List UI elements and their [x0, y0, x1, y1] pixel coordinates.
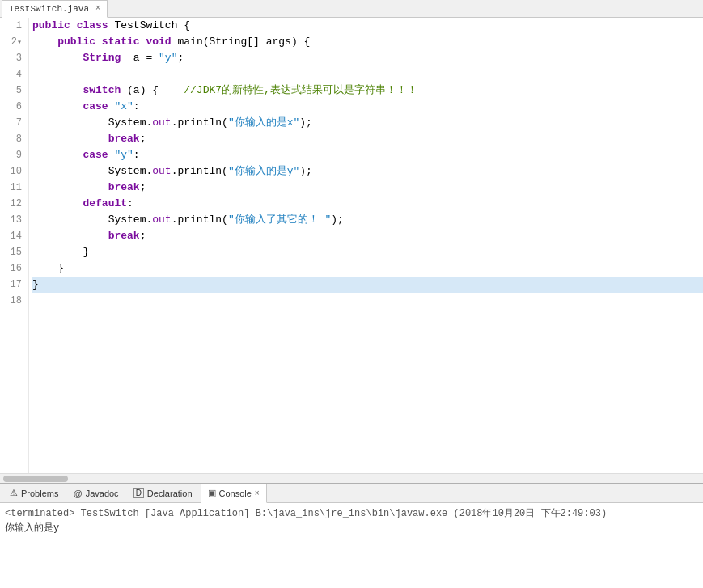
line-number-11: 11	[3, 180, 22, 196]
line-number-9: 9	[3, 147, 22, 163]
console-output-line: 你输入的是y	[5, 521, 698, 535]
file-tab[interactable]: TestSwitch.java ×	[2, 0, 108, 18]
line-number-1: 1	[3, 18, 22, 34]
javadoc-icon: @	[73, 489, 82, 498]
code-line-10: System.out.println("你输入的是y");	[32, 163, 703, 180]
line-number-16: 16	[3, 260, 22, 277]
code-line-4	[32, 66, 703, 82]
tab-problems-label: Problems	[21, 489, 58, 498]
editor-body: 1 2▾ 3 4 5 6 7 8 9 10 11 12 13 14 15 16 …	[0, 18, 703, 473]
tab-javadoc-label: Javadoc	[86, 489, 119, 498]
line-number-18: 18	[3, 293, 22, 309]
file-tab-label: TestSwitch.java	[9, 4, 89, 14]
tab-console[interactable]: ▣ Console ×	[201, 484, 267, 503]
line-number-7: 7	[3, 115, 22, 131]
tab-declaration[interactable]: D Declaration	[127, 484, 199, 503]
problems-icon: ⚠	[10, 488, 18, 498]
scrollbar-thumb[interactable]	[3, 476, 68, 482]
console-panel: <terminated> TestSwitch [Java Applicatio…	[0, 503, 703, 588]
tab-problems[interactable]: ⚠ Problems	[3, 484, 65, 503]
code-editor: 1 2▾ 3 4 5 6 7 8 9 10 11 12 13 14 15 16 …	[0, 18, 703, 483]
code-line-3: String a = "y";	[32, 50, 703, 66]
code-line-14: break;	[32, 228, 703, 244]
code-line-17: }	[32, 277, 703, 293]
code-line-15: }	[32, 244, 703, 260]
code-line-13: System.out.println("你输入了其它的！ ");	[32, 212, 703, 228]
line-number-5: 5	[3, 82, 22, 99]
code-line-12: default:	[32, 196, 703, 212]
editor-tab-bar: TestSwitch.java ×	[0, 0, 703, 18]
line-number-10: 10	[3, 163, 22, 180]
code-line-2: public static void main(String[] args) {	[32, 34, 703, 50]
line-number-15: 15	[3, 244, 22, 260]
declaration-icon: D	[133, 488, 144, 498]
code-content[interactable]: public class TestSwitch { public static …	[29, 18, 703, 473]
code-line-9: case "y":	[32, 147, 703, 163]
line-number-14: 14	[3, 228, 22, 244]
line-number-6: 6	[3, 99, 22, 115]
horizontal-scrollbar[interactable]	[0, 473, 703, 483]
code-line-1: public class TestSwitch {	[32, 18, 703, 34]
tab-declaration-label: Declaration	[147, 489, 193, 498]
line-number-4: 4	[3, 66, 22, 82]
tab-console-label: Console	[219, 489, 252, 498]
line-number-3: 3	[3, 50, 22, 66]
line-number-17: 17	[3, 277, 22, 293]
tab-javadoc[interactable]: @ Javadoc	[66, 484, 125, 503]
line-number-2: 2▾	[3, 34, 22, 50]
code-line-11: break;	[32, 180, 703, 196]
line-numbers: 1 2▾ 3 4 5 6 7 8 9 10 11 12 13 14 15 16 …	[0, 18, 29, 473]
console-tab-close-icon[interactable]: ×	[255, 489, 260, 497]
line-number-12: 12	[3, 196, 22, 212]
code-line-16: }	[32, 260, 703, 277]
line-number-8: 8	[3, 131, 22, 147]
console-icon: ▣	[208, 488, 216, 498]
bottom-tab-bar: ⚠ Problems @ Javadoc D Declaration ▣ Con…	[0, 484, 703, 503]
line-number-13: 13	[3, 212, 22, 228]
console-terminated-line: <terminated> TestSwitch [Java Applicatio…	[5, 506, 698, 521]
code-line-6: case "x":	[32, 99, 703, 115]
code-line-18	[32, 293, 703, 309]
code-line-5: switch (a) { //JDK7的新特性,表达式结果可以是字符串！！！	[32, 82, 703, 99]
bottom-panel: ⚠ Problems @ Javadoc D Declaration ▣ Con…	[0, 483, 703, 588]
code-line-7: System.out.println("你输入的是x");	[32, 115, 703, 131]
tab-close-icon[interactable]: ×	[95, 4, 100, 13]
code-line-8: break;	[32, 131, 703, 147]
